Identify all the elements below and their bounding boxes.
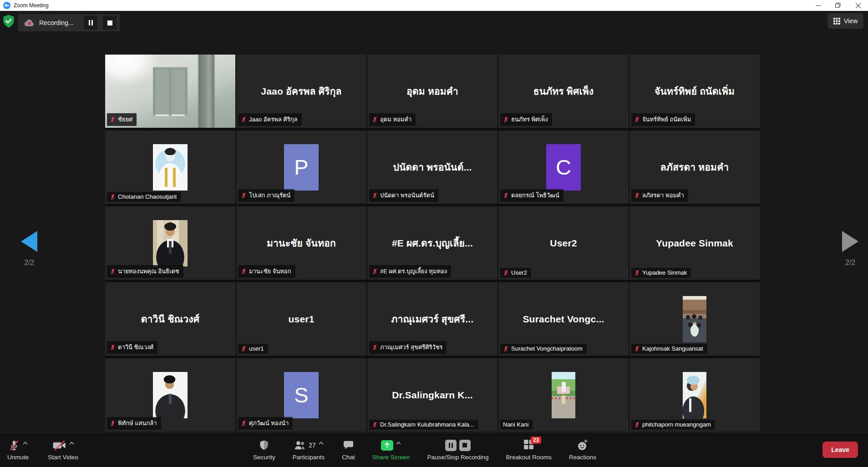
participant-name-text: มานะชัย จันทอก: [249, 266, 291, 276]
participant-name-label: มานะชัย จันทอก: [238, 265, 295, 278]
participant-name-text: โปเสก ภาณุรัตน์: [249, 191, 290, 200]
share-screen-button[interactable]: Share Screen: [372, 438, 410, 461]
participant-name-text: ชัยยศ: [118, 115, 132, 124]
participant-name-label: ภาณุเมศวร์ สุขศรีศิริวัชร: [369, 341, 447, 354]
participant-tile[interactable]: Yupadee Sinmak Yupadee Sinmak: [629, 206, 760, 280]
participant-tile[interactable]: Kajohnsak Sanguansat: [629, 282, 760, 356]
video-off-camera-icon: [52, 439, 66, 452]
previous-page-button[interactable]: [21, 231, 37, 252]
participant-name-label: อุดม หอมคำ: [369, 113, 416, 126]
muted-mic-icon: [241, 420, 247, 427]
breakout-rooms-button[interactable]: 23 Breakout Rooms: [506, 438, 552, 461]
muted-mic-icon: [241, 346, 247, 352]
participant-tile[interactable]: user1 user1: [236, 282, 366, 356]
meeting-stage: Recording... View ชัยยศ Jaao อัครพ: [0, 11, 868, 467]
restore-button[interactable]: [828, 0, 848, 11]
participant-name-text: ศุภวัฒน์ ทองนำ: [249, 418, 289, 428]
view-button[interactable]: View: [827, 13, 863, 29]
participant-tile[interactable]: พิทักษ์ แสนกล้า: [105, 358, 235, 432]
participant-name-label: พิทักษ์ แสนกล้า: [107, 417, 161, 430]
chat-button[interactable]: Chat: [342, 438, 355, 461]
participant-name-label: ดลยกรณ์ โพธิวัฒน์: [500, 189, 563, 202]
zoom-app-icon: [3, 2, 10, 9]
unmute-button[interactable]: Unmute: [7, 438, 29, 461]
pause-recording-icon[interactable]: [445, 440, 457, 451]
security-button[interactable]: Security: [253, 438, 275, 461]
muted-mic-icon: [241, 116, 247, 123]
security-shield-icon: [259, 439, 269, 451]
participant-name-label: ชัยยศ: [107, 113, 137, 126]
stop-recording-icon[interactable]: [459, 440, 471, 451]
titlebar[interactable]: Zoom Meeting: [0, 0, 868, 11]
participant-tile[interactable]: ชัยยศ: [105, 55, 235, 128]
participant-name-text: Yupadee Sinmak: [642, 269, 687, 276]
participant-name-text: ธนภัทร พิศเพ็ง: [511, 115, 548, 124]
next-page-button[interactable]: [842, 231, 858, 252]
share-options-chevron-icon[interactable]: [396, 442, 401, 445]
participant-name-text: Jaao อัครพล ศิริกุล: [249, 115, 298, 124]
participants-button[interactable]: 27 Participants: [293, 438, 325, 461]
participant-tile[interactable]: อุดม หอมคำ อุดม หอมคำ: [367, 55, 497, 128]
pause-stop-recording-button[interactable]: Pause/Stop Recording: [427, 438, 488, 461]
participant-name-label: Jaao อัครพล ศิริกุล: [238, 113, 302, 126]
participant-name-label: นายทองนพคุณ อินธิเดช: [107, 265, 183, 278]
participant-name-label: ศุภวัฒน์ ทองนำ: [238, 417, 293, 430]
unmute-options-chevron-icon[interactable]: [23, 442, 28, 445]
participant-grid: ชัยยศ Jaao อัครพล ศิริกุล Jaao อัครพล ศิ…: [105, 55, 760, 432]
close-button[interactable]: [848, 0, 868, 11]
pause-recording-button[interactable]: [84, 16, 97, 30]
participant-tile[interactable]: นายทองนพคุณ อินธิเดช: [105, 206, 235, 280]
participant-tile[interactable]: #E ผศ.ดร.บุญเลี้ย... #E ผศ.ดร.บุญเลี้ยง …: [367, 206, 497, 280]
reactions-button[interactable]: Reactions: [569, 438, 596, 461]
leave-button[interactable]: Leave: [822, 442, 858, 458]
participant-tile[interactable]: ธนภัทร พิศเพ็ง ธนภัทร พิศเพ็ง: [498, 55, 629, 128]
participant-tile[interactable]: Chotanan Chaosutjarit: [105, 131, 235, 204]
participant-name-text: ลภัสรดา หอมคำ: [642, 191, 684, 200]
participants-options-chevron-icon[interactable]: [319, 442, 324, 445]
stop-recording-button[interactable]: [103, 16, 117, 30]
participant-name-text: #E ผศ.ดร.บุญเลี้ยง ทุมทอง: [380, 266, 447, 276]
meeting-secure-shield-icon[interactable]: [2, 14, 15, 28]
participant-tile[interactable]: C ดลยกรณ์ โพธิวัฒน์: [498, 131, 629, 204]
participant-tile[interactable]: ดาวินี ชิณวงศ์ ดาวินี ชิณวงศ์: [105, 282, 235, 356]
participants-label: Participants: [293, 454, 325, 461]
start-video-button[interactable]: Start Video: [48, 438, 78, 461]
page-indicator-right: 2/2: [837, 259, 864, 267]
participant-tile[interactable]: Nani Kani: [498, 358, 629, 432]
participant-name-label: Nani Kani: [500, 420, 533, 430]
muted-mic-icon: [503, 192, 509, 199]
participant-tile[interactable]: P โปเสก ภาณุรัตน์: [236, 131, 366, 204]
participant-tile[interactable]: phitchaporn mueangngam: [629, 358, 760, 432]
video-options-chevron-icon[interactable]: [69, 442, 74, 445]
reactions-label: Reactions: [569, 454, 596, 461]
muted-mic-icon: [110, 268, 116, 275]
participant-name-label: Chotanan Chaosutjarit: [107, 192, 181, 202]
participant-tile[interactable]: ลภัสรดา หอมคำ ลภัสรดา หอมคำ: [629, 131, 760, 204]
participant-tile[interactable]: จันทร์ทิพย์ ถนัดเพิ่ม จันทร์ทิพย์ ถนัดเพ…: [629, 55, 760, 128]
participant-name-text: อุดม หอมคำ: [380, 115, 411, 124]
participant-tile[interactable]: Jaao อัครพล ศิริกุล Jaao อัครพล ศิริกุล: [236, 55, 366, 128]
breakout-rooms-badge: 23: [531, 437, 541, 444]
participant-name-label: Yupadee Sinmak: [631, 268, 691, 278]
muted-mic-icon: [634, 346, 640, 352]
participant-tile[interactable]: ปนัดดา พรอนันต์... ปนัดดา พรอนันต์รัตน์: [367, 131, 497, 204]
muted-mic-icon: [634, 422, 640, 428]
page-indicator-left: 2/2: [15, 259, 43, 267]
muted-mic-icon: [372, 192, 378, 199]
pager-right: 2/2: [837, 231, 864, 267]
pager-left: 2/2: [15, 231, 43, 267]
participant-tile[interactable]: ภาณุเมศวร์ สุขศรี... ภาณุเมศวร์ สุขศรีศิ…: [367, 282, 497, 356]
share-screen-label: Share Screen: [372, 454, 410, 461]
muted-mic-icon: [372, 344, 378, 351]
minimize-button[interactable]: [808, 0, 828, 11]
participant-tile[interactable]: Surachet Vongc... Surachet Vongchaiprato…: [498, 282, 629, 356]
view-button-label: View: [844, 17, 858, 25]
participant-tile[interactable]: มานะชัย จันทอก มานะชัย จันทอก: [236, 206, 366, 280]
participant-tile[interactable]: User2 User2: [498, 206, 629, 280]
participant-name-label: User2: [500, 268, 531, 278]
participant-tile[interactable]: S ศุภวัฒน์ ทองนำ: [236, 358, 366, 432]
recording-indicator: Recording...: [18, 14, 120, 31]
participant-name-text: Dr.Salingkarn Kulubrahmana Kala...: [380, 421, 474, 428]
muted-mic-icon: [241, 192, 247, 199]
participant-tile[interactable]: Dr.Salingkarn K... Dr.Salingkarn Kulubra…: [367, 358, 497, 432]
